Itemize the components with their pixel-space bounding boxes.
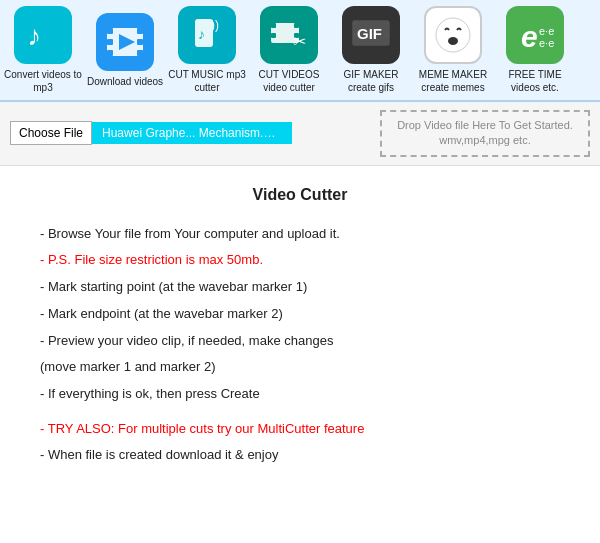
nav-item-gif-maker[interactable]: GIF GIF MAKER create gifs — [332, 6, 410, 94]
download-videos-icon — [96, 13, 154, 71]
svg-rect-23 — [385, 33, 389, 37]
svg-rect-7 — [137, 50, 143, 56]
gif-maker-label: GIF MAKER create gifs — [332, 68, 410, 94]
svg-rect-3 — [107, 39, 113, 45]
nav-item-download-videos[interactable]: Download videos — [86, 13, 164, 88]
svg-text:)): )) — [211, 18, 219, 32]
instruction-5: - Preview your video clip, if needed, ma… — [40, 329, 560, 354]
main-content: Video Cutter - Browse Your file from You… — [0, 166, 600, 490]
svg-rect-2 — [107, 28, 113, 34]
instruction-4: - Mark endpoint (at the wavebar marker 2… — [40, 302, 560, 327]
convert-mp3-label: Convert videos to mp3 — [4, 68, 82, 94]
svg-rect-15 — [294, 23, 299, 28]
nav-item-cut-music[interactable]: ♪ )) CUT MUSIC mp3 cutter — [168, 6, 246, 94]
svg-rect-22 — [385, 21, 389, 25]
last-instruction: - When file is created download it & enj… — [40, 443, 560, 468]
cut-music-label: CUT MUSIC mp3 cutter — [168, 68, 246, 94]
instruction-2: - P.S. File size restriction is max 50mb… — [40, 248, 560, 273]
drop-formats: wmv,mp4,mpg etc. — [439, 134, 531, 146]
instruction-3: - Mark starting point (at the wavebar ma… — [40, 275, 560, 300]
nav-item-meme-maker[interactable]: MEME MAKER create memes — [414, 6, 492, 94]
choose-file-button[interactable]: Choose File — [10, 121, 92, 145]
free-time-icon: e e·e e·e — [506, 6, 564, 64]
svg-text:✂: ✂ — [293, 33, 306, 50]
cut-music-icon: ♪ )) — [178, 6, 236, 64]
svg-rect-13 — [271, 23, 276, 28]
svg-point-25 — [448, 37, 458, 45]
try-also-text: - TRY ALSO: For multiple cuts try our Mu… — [40, 417, 560, 442]
top-navigation: ♪ Convert videos to mp3 Download videos — [0, 0, 600, 102]
svg-point-24 — [436, 18, 470, 52]
svg-rect-20 — [353, 21, 357, 25]
svg-rect-4 — [107, 50, 113, 56]
svg-rect-6 — [137, 39, 143, 45]
nav-item-convert-mp3[interactable]: ♪ Convert videos to mp3 — [4, 6, 82, 94]
file-name-display: Huawei Graphe... Mechanism.mp4 — [92, 122, 292, 144]
instruction-6: (move marker 1 and marker 2) — [40, 355, 560, 380]
svg-rect-14 — [271, 33, 276, 38]
free-time-label: FREE TIME videos etc. — [496, 68, 574, 94]
svg-rect-5 — [137, 28, 143, 34]
svg-text:♪: ♪ — [198, 26, 205, 42]
svg-text:e·e: e·e — [539, 25, 554, 37]
svg-text:e: e — [521, 20, 538, 53]
svg-text:e·e: e·e — [539, 37, 554, 49]
gif-maker-icon: GIF — [342, 6, 400, 64]
svg-text:GIF: GIF — [357, 25, 382, 42]
instruction-1: - Browse Your file from Your computer an… — [40, 222, 560, 247]
instruction-7: - If everything is ok, then press Create — [40, 382, 560, 407]
file-area: Choose File Huawei Graphe... Mechanism.m… — [0, 102, 600, 166]
instructions-list: - Browse Your file from Your computer an… — [40, 222, 560, 468]
drop-text: Drop Video file Here To Get Started. — [397, 119, 573, 131]
cut-videos-icon: ✂ — [260, 6, 318, 64]
nav-item-free-time[interactable]: e e·e e·e FREE TIME videos etc. — [496, 6, 574, 94]
drop-zone[interactable]: Drop Video file Here To Get Started. wmv… — [380, 110, 590, 157]
meme-maker-icon — [424, 6, 482, 64]
page-title: Video Cutter — [40, 186, 560, 204]
convert-mp3-icon: ♪ — [14, 6, 72, 64]
svg-rect-21 — [353, 33, 357, 37]
cut-videos-label: CUT VIDEOS video cutter — [250, 68, 328, 94]
nav-item-cut-videos[interactable]: ✂ CUT VIDEOS video cutter — [250, 6, 328, 94]
meme-maker-label: MEME MAKER create memes — [414, 68, 492, 94]
svg-text:♪: ♪ — [27, 20, 41, 51]
download-videos-label: Download videos — [87, 75, 163, 88]
